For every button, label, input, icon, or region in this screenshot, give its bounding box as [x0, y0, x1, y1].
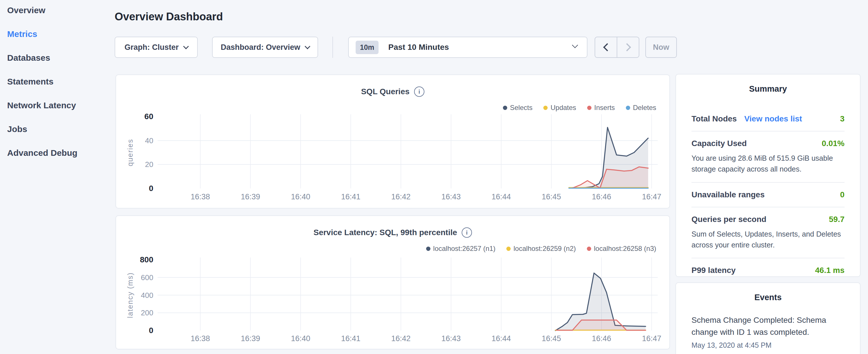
- events-panel: Events Schema Change Completed: Schema c…: [676, 282, 861, 354]
- summary-label: Total Nodes: [691, 114, 737, 123]
- chart-legend: localhost:26257 (n1)localhost:26259 (n2)…: [426, 245, 656, 253]
- sidebar-item-advanced-debug[interactable]: Advanced Debug: [7, 148, 78, 158]
- legend-dot-icon: [426, 247, 430, 251]
- dashboard-selector-label: Dashboard: Overview: [221, 43, 300, 52]
- sidebar-item-databases[interactable]: Databases: [7, 53, 78, 63]
- chevron-down-icon: [572, 42, 578, 48]
- svg-text:16:38: 16:38: [191, 192, 210, 201]
- graph-selector-dropdown[interactable]: Graph: Cluster: [115, 37, 198, 58]
- svg-text:16:44: 16:44: [492, 334, 511, 343]
- previous-range-button[interactable]: [595, 37, 617, 57]
- summary-value: 46.1 ms: [815, 266, 844, 275]
- legend-item[interactable]: Deletes: [626, 104, 656, 112]
- chart-title: SQL Queries: [361, 87, 409, 96]
- summary-value: 3: [840, 114, 844, 123]
- y-axis-title: latency (ms): [126, 272, 134, 318]
- svg-text:400: 400: [141, 291, 153, 299]
- dashboard-selector-dropdown[interactable]: Dashboard: Overview: [212, 37, 318, 58]
- summary-label: Queries per second: [691, 215, 766, 224]
- svg-text:16:44: 16:44: [492, 192, 511, 201]
- graph-selector-label: Graph: Cluster: [124, 43, 179, 52]
- now-button-label: Now: [653, 43, 670, 52]
- legend-item[interactable]: Updates: [543, 104, 576, 112]
- chevron-left-icon: [603, 43, 611, 51]
- summary-description: Sum of Selects, Updates, Inserts, and De…: [691, 229, 844, 251]
- legend-item[interactable]: Inserts: [587, 104, 615, 112]
- summary-row-queries-per-second: Queries per second 59.7 Sum of Selects, …: [691, 207, 844, 259]
- summary-label: Capacity Used: [691, 139, 747, 148]
- sidebar-item-network-latency[interactable]: Network Latency: [7, 100, 78, 110]
- legend-label: localhost:26259 (n2): [514, 245, 576, 253]
- legend-label: localhost:26257 (n1): [433, 245, 495, 253]
- time-range-badge: 10m: [355, 41, 378, 54]
- svg-text:60: 60: [145, 112, 153, 121]
- summary-title: Summary: [691, 84, 844, 94]
- legend-label: Selects: [510, 104, 533, 112]
- svg-text:16:43: 16:43: [441, 334, 461, 343]
- summary-panel: Summary Total Nodes View nodes list 3 Ca…: [676, 74, 861, 277]
- chart-title: Service Latency: SQL, 99th percentile: [313, 228, 457, 237]
- page-title: Overview Dashboard: [115, 10, 223, 23]
- legend-item[interactable]: localhost:26258 (n3): [587, 245, 656, 253]
- svg-text:40: 40: [145, 136, 153, 145]
- summary-row-p99-latency: P99 latency 46.1 ms: [691, 258, 844, 282]
- info-icon[interactable]: i: [462, 227, 472, 238]
- time-range-label: Past 10 Minutes: [388, 43, 449, 52]
- controls-divider: [333, 37, 333, 58]
- service-latency-chart-card: 020040060080016:3816:3916:4016:4116:4216…: [116, 215, 670, 349]
- sidebar-nav: Overview Metrics Databases Statements Ne…: [7, 5, 78, 158]
- chart-legend: SelectsUpdatesInsertsDeletes: [503, 104, 656, 112]
- legend-item[interactable]: localhost:26259 (n2): [506, 245, 576, 253]
- series-area: [572, 167, 648, 189]
- svg-text:16:41: 16:41: [341, 334, 361, 343]
- svg-text:16:41: 16:41: [341, 192, 361, 201]
- legend-item[interactable]: Selects: [503, 104, 533, 112]
- legend-item[interactable]: localhost:26257 (n1): [426, 245, 495, 253]
- legend-dot-icon: [543, 106, 548, 110]
- series: [569, 127, 648, 189]
- chevron-down-icon: [305, 43, 310, 49]
- series: [555, 273, 646, 330]
- chevron-right-icon: [623, 43, 631, 51]
- legend-label: Deletes: [633, 104, 656, 112]
- legend-dot-icon: [506, 247, 510, 251]
- svg-text:16:42: 16:42: [391, 192, 411, 201]
- next-range-button[interactable]: [617, 37, 639, 57]
- summary-row-capacity-used: Capacity Used 0.01% You are using 28.6 M…: [691, 131, 844, 183]
- events-title: Events: [691, 293, 844, 302]
- y-axis-title: queries: [126, 139, 134, 166]
- event-list-item[interactable]: Schema Change Completed: Schema change w…: [691, 314, 844, 349]
- svg-text:16:47: 16:47: [642, 334, 661, 343]
- legend-dot-icon: [587, 106, 591, 110]
- now-button[interactable]: Now: [645, 37, 677, 58]
- svg-text:16:38: 16:38: [191, 334, 210, 343]
- svg-text:16:40: 16:40: [291, 334, 310, 343]
- svg-text:0: 0: [149, 326, 153, 335]
- svg-text:16:39: 16:39: [241, 192, 260, 201]
- svg-text:16:42: 16:42: [391, 334, 411, 343]
- svg-text:16:43: 16:43: [441, 192, 461, 201]
- view-nodes-list-link[interactable]: View nodes list: [744, 114, 802, 123]
- sidebar-item-statements[interactable]: Statements: [7, 76, 78, 87]
- svg-text:600: 600: [141, 273, 153, 282]
- info-icon[interactable]: i: [414, 87, 425, 97]
- time-range-dropdown[interactable]: 10m Past 10 Minutes: [348, 37, 587, 58]
- summary-row-unavailable-ranges: Unavailable ranges 0: [691, 183, 844, 207]
- sidebar-item-jobs[interactable]: Jobs: [7, 124, 78, 134]
- sidebar-item-metrics[interactable]: Metrics: [7, 29, 78, 39]
- sidebar-item-overview[interactable]: Overview: [7, 5, 78, 15]
- svg-text:20: 20: [145, 160, 153, 169]
- svg-text:800: 800: [140, 255, 153, 264]
- legend-label: localhost:26258 (n3): [594, 245, 656, 253]
- svg-text:16:45: 16:45: [541, 192, 561, 201]
- legend-dot-icon: [626, 106, 630, 110]
- svg-text:0: 0: [149, 184, 153, 193]
- sql-queries-chart-card: 020406016:3816:3916:4016:4116:4216:4316:…: [116, 74, 670, 208]
- legend-dot-icon: [503, 106, 507, 110]
- summary-description: You are using 28.6 MiB of 515.9 GiB usab…: [691, 153, 844, 175]
- time-step-buttons: [595, 37, 639, 58]
- summary-label: P99 latency: [691, 266, 736, 275]
- gridlines: [158, 114, 658, 189]
- chevron-down-icon: [183, 43, 189, 49]
- svg-text:16:47: 16:47: [642, 192, 661, 201]
